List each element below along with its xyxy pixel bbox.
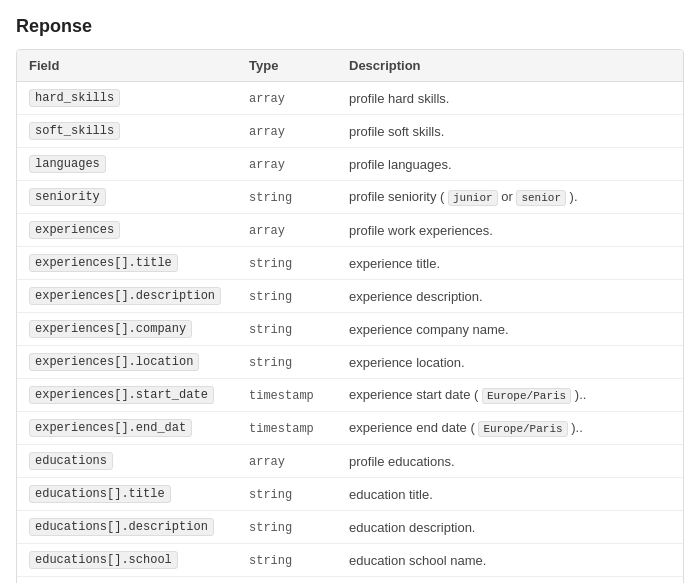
type-value: string	[249, 323, 292, 337]
type-value: string	[249, 521, 292, 535]
type-value: timestamp	[249, 422, 314, 436]
description-cell: education description.	[337, 511, 683, 544]
field-value: educations	[29, 452, 113, 470]
type-value: array	[249, 92, 285, 106]
field-value: experiences[].end_dat	[29, 419, 192, 437]
field-cell: hard_skills	[17, 82, 237, 115]
field-value: seniority	[29, 188, 106, 206]
field-cell: experiences[].end_dat	[17, 412, 237, 445]
table-row: experiences[].companystringexperience co…	[17, 313, 683, 346]
type-cell: string	[237, 181, 337, 214]
type-cell: array	[237, 115, 337, 148]
desc-text: profile soft skills.	[349, 124, 444, 139]
description-cell: experience company name.	[337, 313, 683, 346]
type-cell: array	[237, 148, 337, 181]
field-value: educations[].school	[29, 551, 178, 569]
table-row: educations[].titlestringeducation title.	[17, 478, 683, 511]
desc-text: profile educations.	[349, 454, 455, 469]
field-value: experiences[].description	[29, 287, 221, 305]
type-value: array	[249, 158, 285, 172]
field-value: experiences[].start_date	[29, 386, 214, 404]
col-field: Field	[17, 50, 237, 82]
table-row: educationsarrayprofile educations.	[17, 445, 683, 478]
type-cell: string	[237, 346, 337, 379]
table-row: experiences[].locationstringexperience l…	[17, 346, 683, 379]
type-value: string	[249, 554, 292, 568]
type-cell: string	[237, 544, 337, 577]
table-row: languagesarrayprofile languages.	[17, 148, 683, 181]
type-cell: string	[237, 280, 337, 313]
description-cell: profile seniority ( junior or senior ).	[337, 181, 683, 214]
table-row: educations[].schoolstringeducation schoo…	[17, 544, 683, 577]
type-cell: string	[237, 247, 337, 280]
description-cell: profile educations.	[337, 445, 683, 478]
field-cell: experiences[].title	[17, 247, 237, 280]
desc-inline-code: Europe/Paris	[478, 421, 567, 437]
desc-text: education title.	[349, 487, 433, 502]
desc-text: education school name.	[349, 553, 486, 568]
field-cell: educations[].school	[17, 544, 237, 577]
type-cell: array	[237, 214, 337, 247]
field-cell: experiences[].company	[17, 313, 237, 346]
field-cell: experiences	[17, 214, 237, 247]
table-row: hard_skillsarrayprofile hard skills.	[17, 82, 683, 115]
field-cell: educations[].description	[17, 511, 237, 544]
type-cell: timestamp	[237, 412, 337, 445]
response-table: Field Type Description hard_skillsarrayp…	[16, 49, 684, 583]
field-cell: experiences[].start_date	[17, 379, 237, 412]
type-cell: string	[237, 511, 337, 544]
field-value: educations[].description	[29, 518, 214, 536]
description-cell: profile soft skills.	[337, 115, 683, 148]
description-cell: experience description.	[337, 280, 683, 313]
table-row: experiences[].titlestringexperience titl…	[17, 247, 683, 280]
type-cell: string	[237, 313, 337, 346]
desc-text: profile work experiences.	[349, 223, 493, 238]
field-value: educations[].title	[29, 485, 171, 503]
type-cell: timestamp	[237, 379, 337, 412]
field-cell: experiences[].location	[17, 346, 237, 379]
type-value: string	[249, 290, 292, 304]
desc-inline-code: junior	[448, 190, 498, 206]
field-value: experiences[].title	[29, 254, 178, 272]
field-value: experiences[].company	[29, 320, 192, 338]
type-value: string	[249, 257, 292, 271]
type-value: timestamp	[249, 389, 314, 403]
page-title: Reponse	[16, 16, 684, 37]
desc-text: education description.	[349, 520, 475, 535]
type-value: string	[249, 356, 292, 370]
desc-text: experience title.	[349, 256, 440, 271]
description-cell: profile hard skills.	[337, 82, 683, 115]
description-cell: education title.	[337, 478, 683, 511]
desc-text: experience location.	[349, 355, 465, 370]
field-value: experiences	[29, 221, 120, 239]
desc-text: experience description.	[349, 289, 483, 304]
table-row: experiencesarrayprofile work experiences…	[17, 214, 683, 247]
field-cell: languages	[17, 148, 237, 181]
field-value: languages	[29, 155, 106, 173]
field-cell: educations[].title	[17, 478, 237, 511]
type-cell: string	[237, 577, 337, 584]
field-cell: seniority	[17, 181, 237, 214]
table-header-row: Field Type Description	[17, 50, 683, 82]
desc-text: profile hard skills.	[349, 91, 449, 106]
field-value: soft_skills	[29, 122, 120, 140]
field-value: hard_skills	[29, 89, 120, 107]
col-description: Description	[337, 50, 683, 82]
desc-inline-code: senior	[516, 190, 566, 206]
desc-text: profile languages.	[349, 157, 452, 172]
desc-text: experience company name.	[349, 322, 509, 337]
type-value: array	[249, 455, 285, 469]
type-cell: array	[237, 82, 337, 115]
table-row: experiences[].descriptionstringexperienc…	[17, 280, 683, 313]
col-type: Type	[237, 50, 337, 82]
type-value: array	[249, 125, 285, 139]
description-cell: experience end date ( Europe/Paris )..	[337, 412, 683, 445]
type-cell: array	[237, 445, 337, 478]
desc-inline-code: Europe/Paris	[482, 388, 571, 404]
field-cell: soft_skills	[17, 115, 237, 148]
table-row: educations[].locationstringeducation loc…	[17, 577, 683, 584]
description-cell: profile languages.	[337, 148, 683, 181]
description-cell: profile work experiences.	[337, 214, 683, 247]
table-row: experiences[].start_datetimestampexperie…	[17, 379, 683, 412]
description-cell: experience title.	[337, 247, 683, 280]
